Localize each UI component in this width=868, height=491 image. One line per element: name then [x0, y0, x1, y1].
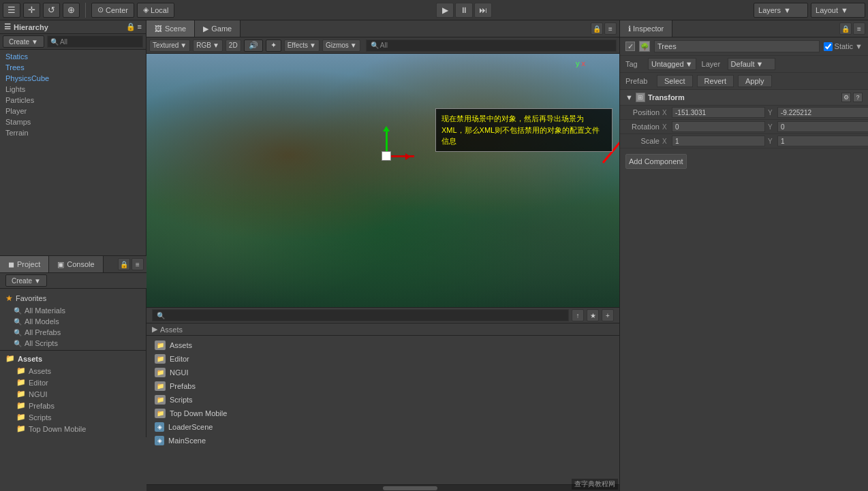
project-tab[interactable]: ◼ Project	[0, 256, 49, 272]
horizontal-scrollbar[interactable]	[146, 484, 619, 491]
pause-btn[interactable]: ⏸	[455, 3, 473, 18]
inspector-tab[interactable]: ℹ Inspector	[620, 20, 672, 37]
prefab-row: Prefab Select Revert Apply	[620, 73, 868, 90]
file-loaderscene[interactable]: ◈ LoaderScene	[152, 420, 614, 434]
textured-dropdown[interactable]: Textured ▼	[149, 39, 190, 52]
proj-ngui[interactable]: 📁 NGUI	[0, 388, 146, 400]
hierarchy-create-btn[interactable]: Create ▼	[3, 35, 44, 48]
object-name-field[interactable]	[654, 40, 820, 52]
file-ngui[interactable]: 📁 NGUI	[152, 366, 614, 379]
inspector-lock-btn[interactable]: 🔒	[839, 22, 852, 35]
proj-action2[interactable]: ★	[587, 309, 599, 321]
play-btn[interactable]: ▶	[436, 3, 454, 18]
2d-toggle[interactable]: 2D	[226, 39, 241, 52]
layers-dropdown[interactable]: Layers ▼	[754, 3, 808, 18]
file-scripts[interactable]: 📁 Scripts	[152, 393, 614, 407]
layer-dropdown[interactable]: Default ▼	[728, 58, 775, 70]
scene-search-icon: 🔍	[371, 42, 379, 49]
rot-y-field[interactable]	[777, 121, 868, 132]
hierarchy-item-terrain[interactable]: Terrain	[0, 127, 146, 138]
scale-label: Scale	[625, 137, 660, 145]
static-checkbox[interactable]: Static ▼	[824, 42, 863, 51]
effects-label: Effects	[288, 42, 308, 49]
scene-search[interactable]: 🔍 All	[366, 39, 617, 52]
revert-btn[interactable]: Revert	[697, 75, 734, 87]
rgb-dropdown[interactable]: RGB ▼	[193, 39, 223, 52]
comp-settings-btn[interactable]: ⚙	[841, 93, 851, 102]
search-icon: 🔍	[14, 329, 22, 336]
hierarchy-item-trees[interactable]: Trees	[0, 62, 146, 73]
audio-btn[interactable]: 🔊	[244, 39, 263, 52]
hierarchy-item-particles[interactable]: Particles	[0, 95, 146, 106]
proj-all-models[interactable]: 🔍 All Models	[0, 316, 146, 327]
project-search[interactable]: 🔍	[152, 309, 569, 321]
add-component-btn[interactable]: Add Component	[625, 154, 687, 169]
file-mainscene[interactable]: ◈ MainScene	[152, 434, 614, 447]
pos-y-field[interactable]	[777, 107, 868, 118]
pivot-local-btn[interactable]: ◈ Local	[137, 3, 174, 18]
scale-row: Scale X Y Z	[620, 134, 868, 148]
assets-section-header[interactable]: 📁 Assets	[0, 352, 146, 365]
effects-dropdown[interactable]: Effects ▼	[284, 39, 320, 52]
proj-prefabs[interactable]: 📁 Prefabs	[0, 400, 146, 411]
project-create-btn[interactable]: Create ▼	[5, 274, 47, 287]
hierarchy-item-physicscube[interactable]: PhysicsCube	[0, 73, 146, 84]
game-tab[interactable]: ▶ Game	[195, 20, 241, 37]
comp-help-btn[interactable]: ?	[853, 93, 863, 102]
rotate-tool-btn[interactable]: ⊕	[63, 3, 80, 18]
object-active-checkbox[interactable]: ✓	[625, 42, 635, 51]
proj-action3[interactable]: +	[602, 309, 614, 321]
project-file-list: 📁 Assets 📁 Editor 📁 NGUI 📁 Prefabs	[146, 336, 619, 484]
hierarchy-item-statics[interactable]: Statics	[0, 51, 146, 62]
proj-action1[interactable]: ↑	[572, 309, 584, 321]
tag-dropdown[interactable]: Untagged ▼	[648, 58, 696, 70]
step-btn[interactable]: ⏭	[474, 3, 492, 18]
proj-all-materials[interactable]: 🔍 All Materials	[0, 305, 146, 316]
favorites-section[interactable]: ★ Favorites	[0, 291, 146, 305]
hand-tool-btn[interactable]: ✛	[23, 3, 40, 18]
proj-scripts[interactable]: 📁 Scripts	[0, 411, 146, 423]
hierarchy-title: Hierarchy	[14, 23, 48, 31]
hierarchy-item-lights[interactable]: Lights	[0, 84, 146, 95]
fx-btn[interactable]: ✦	[266, 39, 281, 52]
scene-viewport[interactable]: y x	[146, 54, 619, 307]
scripts-folder-label: Scripts	[29, 413, 52, 422]
proj-editor[interactable]: 📁 Editor	[0, 377, 146, 388]
search-icon: 🔍	[14, 307, 22, 315]
file-assets[interactable]: 📁 Assets	[152, 338, 614, 352]
file-topdown[interactable]: 📁 Top Down Mobile	[152, 407, 614, 420]
pivot-center-btn[interactable]: ⊙ Center	[91, 3, 134, 18]
scale-y-field[interactable]	[777, 136, 868, 146]
transform-component-header[interactable]: ▼ ⊞ Transform ⚙ ?	[620, 90, 868, 106]
hierarchy-search[interactable]: 🔍 All	[47, 35, 143, 48]
rot-x-field[interactable]	[672, 121, 765, 132]
scene-tab[interactable]: 🖼 Scene	[146, 20, 195, 37]
panel-lock-btn[interactable]: 🔒	[118, 258, 130, 270]
scale-x-field[interactable]	[672, 136, 765, 146]
unity-menu-btn[interactable]: ☰	[3, 3, 20, 18]
panel-menu-btn[interactable]: ≡	[131, 258, 144, 270]
layout-dropdown[interactable]: Layout ▼	[811, 3, 865, 18]
scene-menu-btn[interactable]: ≡	[604, 22, 617, 35]
console-tab[interactable]: ▣ Console	[49, 256, 103, 272]
select-btn[interactable]: Select	[657, 75, 693, 87]
proj-assets[interactable]: 📁 Assets	[0, 365, 146, 377]
hierarchy-menu-icon[interactable]: ≡	[138, 22, 142, 31]
move-tool-btn[interactable]: ↺	[43, 3, 60, 18]
scene-tab-actions: 🔒 ≡	[588, 22, 619, 35]
hierarchy-lock-icon[interactable]: 🔒	[126, 22, 136, 31]
proj-topdown[interactable]: 📁 Top Down Mobile	[0, 423, 146, 434]
proj-all-scripts[interactable]: 🔍 All Scripts	[0, 338, 146, 349]
scroll-thumb[interactable]	[383, 486, 437, 490]
pos-x-field[interactable]	[672, 107, 765, 118]
static-check[interactable]	[824, 42, 833, 51]
apply-btn[interactable]: Apply	[738, 75, 772, 87]
file-editor[interactable]: 📁 Editor	[152, 352, 614, 366]
hierarchy-item-player[interactable]: Player	[0, 106, 146, 116]
scene-lock-btn[interactable]: 🔒	[591, 22, 603, 35]
hierarchy-item-stamps[interactable]: Stamps	[0, 116, 146, 127]
inspector-menu-btn[interactable]: ≡	[853, 22, 865, 35]
gizmos-dropdown[interactable]: Gizmos ▼	[322, 39, 360, 52]
proj-all-prefabs[interactable]: 🔍 All Prefabs	[0, 327, 146, 338]
file-prefabs[interactable]: 📁 Prefabs	[152, 379, 614, 393]
